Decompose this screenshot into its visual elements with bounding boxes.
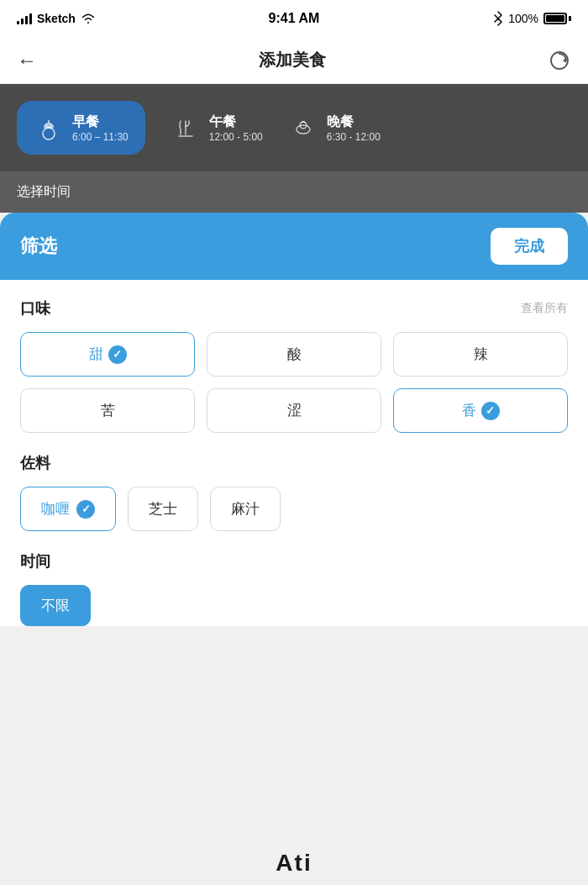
filter-done-button[interactable]: 完成	[491, 228, 568, 265]
filter-header: 筛选 完成	[0, 213, 588, 280]
page-title: 添加美食	[259, 49, 326, 71]
wifi-icon	[81, 13, 96, 24]
tag-cheese-label: 芝士	[149, 499, 177, 519]
tag-fragrant[interactable]: 香	[393, 388, 568, 433]
tag-sesame-label: 麻汁	[231, 499, 260, 519]
breakfast-icon	[34, 113, 64, 143]
lunch-info: 午餐 12:00 - 5:00	[209, 113, 263, 143]
lunch-name: 午餐	[209, 113, 263, 131]
filter-title: 筛选	[20, 234, 57, 259]
condiment-section-header: 佐料	[20, 453, 568, 473]
time-section-header: 时间	[20, 551, 568, 572]
tag-cheese[interactable]: 芝士	[128, 487, 198, 531]
tag-curry[interactable]: 咖喱	[20, 487, 116, 531]
signal-icon	[17, 13, 32, 24]
meal-selector: 早餐 6:00 – 11:30 午餐 12:00 - 5:00	[0, 84, 588, 171]
tag-bitter[interactable]: 苦	[20, 388, 195, 433]
filter-panel: 筛选 完成 口味 查看所有 甜 酸 辣 苦 涩	[0, 213, 588, 626]
carrier-label: Sketch	[37, 12, 76, 25]
taste-view-all[interactable]: 查看所有	[521, 301, 568, 316]
tag-sweet-label: 甜	[89, 345, 103, 364]
dinner-icon	[288, 113, 318, 143]
tag-curry-label: 咖喱	[41, 499, 70, 519]
condiment-tags: 咖喱 芝士 麻汁	[20, 487, 568, 531]
tag-astringent[interactable]: 涩	[207, 388, 381, 433]
bottom-watermark: Ati	[276, 850, 312, 877]
svg-point-7	[297, 125, 310, 134]
tag-fragrant-check	[481, 402, 500, 420]
tag-sesame[interactable]: 麻汁	[210, 487, 281, 531]
svg-point-2	[43, 128, 55, 140]
nav-bar: ← 添加美食	[0, 37, 588, 84]
tag-fragrant-label: 香	[462, 401, 476, 420]
tag-spicy-label: 辣	[474, 345, 488, 364]
tag-bitter-label: 苦	[101, 401, 115, 420]
status-bar: Sketch 9:41 AM 100%	[0, 0, 588, 37]
tag-spicy[interactable]: 辣	[393, 332, 568, 377]
meal-item-dinner[interactable]: 晚餐 6:30 - 12:00	[288, 113, 381, 143]
refresh-button[interactable]	[548, 49, 571, 72]
tag-astringent-label: 涩	[287, 401, 302, 420]
tag-unlimited-label: 不限	[41, 598, 70, 614]
dinner-time: 6:30 - 12:00	[327, 131, 381, 143]
back-button[interactable]: ←	[17, 49, 37, 72]
tag-sweet[interactable]: 甜	[20, 332, 195, 377]
breakfast-time: 6:00 – 11:30	[72, 131, 129, 143]
dinner-name: 晚餐	[327, 113, 381, 131]
refresh-icon	[549, 50, 570, 71]
tag-sour-label: 酸	[287, 345, 302, 364]
status-left: Sketch	[17, 12, 96, 25]
tag-unlimited[interactable]: 不限	[20, 585, 91, 626]
lunch-icon	[171, 113, 201, 143]
tag-sweet-check	[108, 345, 127, 364]
tag-sour[interactable]: 酸	[207, 332, 381, 377]
filter-body: 口味 查看所有 甜 酸 辣 苦 涩 香	[0, 280, 588, 626]
battery-icon	[543, 13, 571, 24]
breakfast-name: 早餐	[72, 113, 129, 131]
taste-tags-grid: 甜 酸 辣 苦 涩 香	[20, 332, 568, 433]
battery-percent: 100%	[508, 12, 538, 25]
lunch-time: 12:00 - 5:00	[209, 131, 263, 143]
time-section-title: 时间	[20, 551, 50, 572]
breakfast-info: 早餐 6:00 – 11:30	[72, 113, 129, 143]
taste-section-title: 口味	[20, 298, 50, 319]
select-time-area: 选择时间	[0, 171, 588, 213]
select-time-label: 选择时间	[17, 184, 71, 198]
svg-marker-1	[563, 58, 566, 63]
tag-curry-check	[76, 500, 95, 519]
status-time: 9:41 AM	[269, 11, 320, 26]
condiment-section-title: 佐料	[20, 453, 50, 473]
bluetooth-icon	[493, 11, 503, 26]
dinner-info: 晚餐 6:30 - 12:00	[327, 113, 381, 143]
meal-item-lunch[interactable]: 午餐 12:00 - 5:00	[171, 113, 263, 143]
status-right: 100%	[493, 11, 571, 26]
meal-item-breakfast[interactable]: 早餐 6:00 – 11:30	[17, 101, 145, 155]
taste-section-header: 口味 查看所有	[20, 298, 568, 319]
time-tags: 不限	[20, 585, 568, 626]
